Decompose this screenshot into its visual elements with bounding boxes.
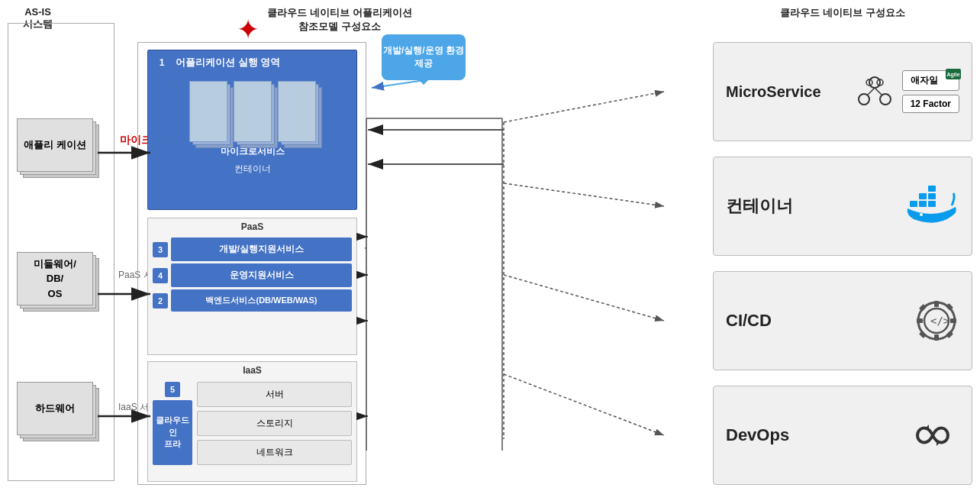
star-decoration: ✦ xyxy=(237,14,260,46)
asis-box-application: 애플리 케이션 xyxy=(17,118,99,178)
svg-rect-47 xyxy=(919,331,927,338)
svg-rect-41 xyxy=(934,301,939,307)
paas-item-1: 개발/실행지원서비스 xyxy=(171,237,352,261)
iaas-item-network: 네트워크 xyxy=(197,440,352,465)
svg-rect-43 xyxy=(917,318,923,323)
component-card-container: 컨테이너 xyxy=(713,157,972,256)
microservice-icon xyxy=(855,72,895,111)
paas-badge-4: 4 xyxy=(153,268,168,283)
svg-rect-34 xyxy=(928,201,936,207)
iaas-cloud-label: 클라우드인프라 xyxy=(153,400,192,465)
microservice-name: MicroService xyxy=(726,83,855,101)
dev-bubble: 개발/실행/운영 환경 제공 xyxy=(382,34,466,80)
svg-rect-42 xyxy=(934,334,939,341)
diagram-container: AS-IS 시스템 클라우드 네이티브 어플리케이션 참조모델 구성요소 클라우… xyxy=(0,0,980,504)
paas-row-3: 2 백엔드서비스(DB/WEB/WAS) xyxy=(153,289,352,312)
svg-rect-37 xyxy=(928,186,936,192)
twelve-factor-badge: 12 Factor xyxy=(902,95,959,113)
svg-rect-33 xyxy=(919,201,927,207)
right-title: 클라우드 네이티브 구성요소 xyxy=(713,6,972,20)
iaas-item-storage: 스토리지 xyxy=(197,411,352,436)
paas-badge-3: 3 xyxy=(153,242,168,257)
svg-rect-35 xyxy=(919,193,927,199)
iaas-section: IaaS 5 클라우드인프라 서버 스토리지 네트워크 xyxy=(147,361,357,482)
asis-box-hardware: 하드웨어 xyxy=(17,382,99,441)
iaas-inner: 5 클라우드인프라 서버 스토리지 네트워크 xyxy=(153,382,352,465)
devops-icon xyxy=(906,420,959,451)
container-label: 컨테이너 xyxy=(148,163,356,176)
container-name: 컨테이너 xyxy=(726,195,906,218)
paas-item-2: 운영지원서비스 xyxy=(171,263,352,287)
svg-point-26 xyxy=(859,94,869,105)
app-exec-title: 어플리케이션 실행 영역 xyxy=(176,56,280,69)
svg-rect-32 xyxy=(910,201,917,207)
iaas-badge-5: 5 xyxy=(165,382,180,397)
iaas-items: 서버 스토리지 네트워크 xyxy=(197,382,352,465)
agile-badge: 애자일 Agile xyxy=(902,70,959,91)
paas-title: PaaS xyxy=(148,218,356,235)
svg-line-28 xyxy=(868,88,875,95)
iaas-title: IaaS xyxy=(148,362,356,379)
asis-box-middleware: 미들웨어/DB/OS xyxy=(17,252,99,312)
svg-text:</>: </> xyxy=(930,315,949,327)
docker-icon xyxy=(906,186,959,228)
paas-row-2: 4 운영지원서비스 xyxy=(153,263,352,287)
iaas-item-server: 서버 xyxy=(197,382,352,407)
component-card-microservice: MicroService 애자일 Agile 12 Factor xyxy=(713,42,972,141)
paas-section: PaaS 3 개발/실행지원서비스 4 운영지원서비스 2 백엔드서비스(DB/… xyxy=(147,218,357,355)
cicd-icon: </> xyxy=(914,298,959,344)
svg-point-38 xyxy=(920,213,923,216)
svg-point-25 xyxy=(869,77,880,88)
paas-row-1: 3 개발/실행지원서비스 xyxy=(153,237,352,261)
agile-corner-badge: Agile xyxy=(946,69,961,79)
app-exec-area: 1 어플리케이션 실행 영역 마이크로서비스 xyxy=(147,50,357,210)
svg-rect-36 xyxy=(928,193,936,199)
paas-badge-2: 2 xyxy=(153,293,168,309)
component-card-cicd: CI/CD </> xyxy=(713,271,972,370)
svg-rect-44 xyxy=(950,318,956,323)
devops-name: DevOps xyxy=(726,425,906,445)
cicd-name: CI/CD xyxy=(726,311,914,331)
component-card-devops: DevOps xyxy=(713,386,972,485)
svg-line-29 xyxy=(875,88,882,95)
middle-title: 클라우드 네이티브 어플리케이션 참조모델 구성요소 xyxy=(233,6,446,34)
paas-item-3: 백엔드서비스(DB/WEB/WAS) xyxy=(171,289,352,312)
app-exec-badge: 1 xyxy=(154,55,169,70)
svg-point-27 xyxy=(880,94,891,105)
